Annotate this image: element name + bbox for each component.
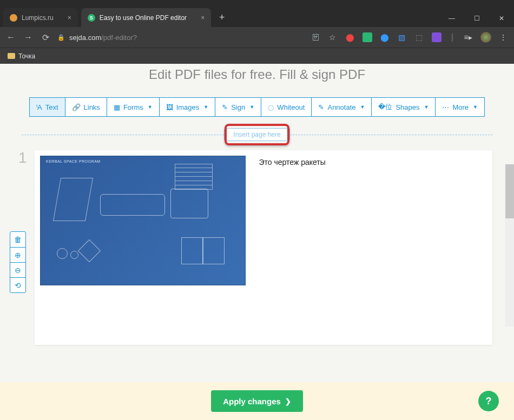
favicon-sejda: S [88, 14, 95, 22]
forms-icon: ▦ [114, 103, 120, 111]
ext-purple-icon[interactable] [432, 32, 441, 42]
tool-label: Forms [123, 103, 143, 111]
tool-label: Sign [231, 103, 245, 111]
reading-list-icon[interactable]: ≡▸ [463, 32, 473, 42]
bookmark-bar: Точка [0, 48, 514, 64]
link-icon: 🔗 [72, 103, 81, 111]
tab-label: Lumpics.ru [22, 14, 54, 22]
ext-green-icon[interactable] [363, 32, 372, 42]
folder-icon [8, 53, 15, 59]
close-icon[interactable]: × [68, 14, 71, 22]
chevron-down-icon: ▼ [424, 104, 429, 110]
images-icon: 🖼 [166, 103, 173, 111]
page-number: 1 [18, 149, 27, 166]
footer-bar: Apply changes ❯ ? [0, 382, 514, 420]
translate-icon[interactable]: 🈂 [311, 32, 320, 42]
blueprint-table [175, 164, 213, 190]
document-area: 1 KERBAL SPACE PROGRAM Это чертеж ракеты [22, 150, 492, 345]
chevron-down-icon: ▼ [360, 104, 365, 110]
kebab-menu-icon[interactable]: ⋮ [499, 32, 509, 42]
chevron-down-icon: ▼ [249, 104, 254, 110]
insert-page-row: Insert page here [22, 126, 492, 143]
tool-label: Shapes [396, 103, 419, 111]
tool-label: Whiteout [277, 103, 305, 111]
tool-sign[interactable]: ✎Sign▼ [215, 97, 261, 117]
tool-label: Links [84, 103, 100, 111]
browser-titlebar: Lumpics.ru × S Easy to use Online PDF ed… [0, 0, 514, 27]
bookmark-item[interactable]: Точка [8, 52, 35, 60]
divider: | [451, 32, 453, 42]
vertical-scrollbar[interactable] [505, 164, 514, 326]
ext-box-icon[interactable]: ▧ [397, 32, 407, 42]
tool-more[interactable]: ⋯More▼ [436, 97, 485, 117]
address-bar: ← → ⟳ 🔒 sejda.com/pdf-editor? 🈂 ☆ ⬤ ⬤ ▧ … [0, 27, 514, 48]
page-title: Edit PDF files for free. Fill & sign PDF [0, 67, 514, 82]
tool-images[interactable]: 🖼Images▼ [160, 97, 216, 117]
blueprint-title: KERBAL SPACE PROGRAM [46, 159, 101, 163]
chevron-right-icon: ❯ [285, 397, 291, 405]
ext-blue-icon[interactable]: ⬤ [380, 32, 390, 42]
minimize-button[interactable]: — [439, 10, 464, 27]
lock-icon: 🔒 [57, 34, 65, 41]
tab-label: Easy to use Online PDF editor [100, 14, 187, 22]
url-field[interactable]: 🔒 sejda.com/pdf-editor? [57, 34, 137, 42]
chevron-down-icon: ▼ [473, 104, 478, 110]
tool-whiteout[interactable]: ◌Whiteout [261, 97, 312, 117]
url-text: sejda.com/pdf-editor? [69, 34, 137, 42]
chevron-down-icon: ▼ [203, 104, 208, 110]
apply-label: Apply changes [223, 397, 281, 406]
blueprint-image: KERBAL SPACE PROGRAM [40, 156, 246, 285]
rotate-button[interactable]: ⟲ [10, 277, 25, 292]
close-icon[interactable]: × [201, 14, 205, 22]
apply-changes-button[interactable]: Apply changes ❯ [211, 390, 303, 412]
scrollbar-thumb[interactable] [505, 164, 514, 218]
window-controls: — ☐ ✕ [439, 10, 514, 27]
delete-page-button[interactable]: 🗑 [10, 232, 25, 247]
close-button[interactable]: ✕ [489, 10, 514, 27]
whiteout-icon: ◌ [268, 103, 274, 111]
reload-button[interactable]: ⟳ [40, 32, 51, 43]
extension-row: 🈂 ☆ ⬤ ⬤ ▧ ⬚ | ≡▸ ⋮ [311, 32, 509, 43]
maximize-button[interactable]: ☐ [464, 10, 489, 27]
annotate-icon: ✎ [318, 103, 324, 111]
editor-toolbar: ᴵAText 🔗Links ▦Forms▼ 🖼Images▼ ✎Sign▼ ◌W… [0, 97, 514, 117]
tool-label: Annotate [327, 103, 355, 111]
tab-sejda[interactable]: S Easy to use Online PDF editor × [81, 8, 211, 27]
page-side-tools: 🗑 ⊕ ⊖ ⟲ [10, 231, 26, 293]
tool-label: More [452, 103, 469, 111]
profile-avatar[interactable] [480, 32, 491, 43]
tool-label: Text [45, 103, 58, 111]
forward-button[interactable]: → [23, 32, 34, 42]
bookmark-label: Точка [18, 52, 35, 60]
ext-cube-icon[interactable]: ⬚ [414, 32, 424, 42]
text-icon: ᴵA [36, 103, 42, 111]
help-fab[interactable]: ? [478, 391, 499, 411]
page-content: Edit PDF files for free. Fill & sign PDF… [0, 64, 514, 420]
ext-opera-icon[interactable]: ⬤ [345, 32, 355, 42]
star-icon[interactable]: ☆ [328, 32, 338, 42]
shapes-icon: �位 [378, 102, 392, 112]
document-text[interactable]: Это чертеж ракеты [259, 156, 325, 166]
new-tab-button[interactable]: + [214, 10, 229, 25]
zoom-in-button[interactable]: ⊕ [10, 247, 25, 262]
tool-label: Images [176, 103, 200, 111]
more-icon: ⋯ [442, 103, 449, 111]
tool-forms[interactable]: ▦Forms▼ [107, 97, 160, 117]
tool-annotate[interactable]: ✎Annotate▼ [312, 97, 372, 117]
chevron-down-icon: ▼ [148, 104, 153, 110]
tool-shapes[interactable]: �位Shapes▼ [372, 97, 436, 117]
zoom-out-button[interactable]: ⊖ [10, 262, 25, 277]
tool-text[interactable]: ᴵAText [29, 97, 65, 117]
favicon-lumpics [10, 14, 17, 22]
tab-lumpics[interactable]: Lumpics.ru × [3, 8, 78, 27]
tool-links[interactable]: 🔗Links [65, 97, 107, 117]
insert-page-button[interactable]: Insert page here [224, 128, 289, 141]
sign-icon: ✎ [222, 103, 228, 111]
pdf-page[interactable]: KERBAL SPACE PROGRAM Это чертеж ракеты [35, 150, 492, 345]
back-button[interactable]: ← [5, 32, 16, 42]
